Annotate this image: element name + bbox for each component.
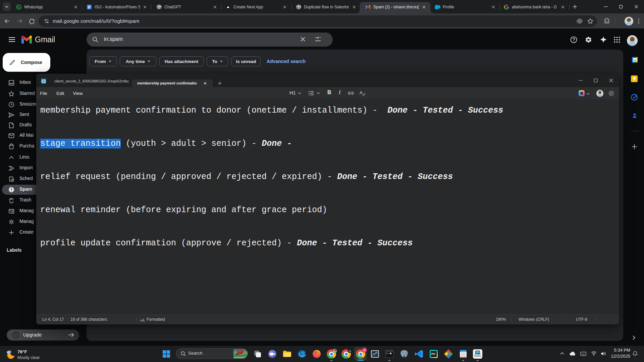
svg-text:31: 31 — [633, 59, 636, 62]
svg-text:A: A — [360, 90, 363, 95]
svg-text:PC: PC — [431, 352, 436, 356]
svg-text:A: A — [142, 318, 145, 322]
svg-text:C:\: C:\ — [386, 352, 391, 355]
